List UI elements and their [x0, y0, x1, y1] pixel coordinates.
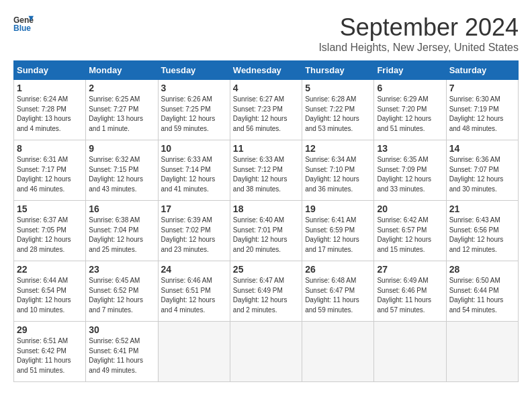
calendar-day-cell: [374, 322, 446, 382]
day-number: 8: [17, 143, 83, 154]
weekday-header: Saturday: [446, 61, 518, 80]
page-header: General Blue September 2024 Island Heigh…: [13, 13, 519, 54]
logo: General Blue: [13, 13, 34, 34]
logo-icon: General Blue: [13, 13, 34, 34]
calendar-day-cell: [158, 322, 230, 382]
calendar-day-cell: 26 Sunrise: 6:48 AMSunset: 6:47 PMDaylig…: [302, 261, 374, 322]
calendar-day-cell: 21 Sunrise: 6:43 AMSunset: 6:56 PMDaylig…: [446, 201, 518, 261]
day-info: Sunrise: 6:33 AMSunset: 7:14 PMDaylight:…: [161, 155, 227, 194]
day-number: 5: [305, 83, 371, 93]
calendar-day-cell: 7 Sunrise: 6:30 AMSunset: 7:19 PMDayligh…: [446, 80, 518, 140]
day-info: Sunrise: 6:27 AMSunset: 7:23 PMDaylight:…: [233, 95, 299, 134]
day-info: Sunrise: 6:48 AMSunset: 6:47 PMDaylight:…: [305, 276, 371, 315]
calendar-table: SundayMondayTuesdayWednesdayThursdayFrid…: [13, 60, 519, 382]
day-number: 13: [377, 143, 443, 154]
day-info: Sunrise: 6:26 AMSunset: 7:25 PMDaylight:…: [161, 95, 227, 134]
calendar-day-cell: 27 Sunrise: 6:49 AMSunset: 6:46 PMDaylig…: [374, 261, 446, 322]
day-number: 14: [449, 143, 515, 154]
calendar-day-cell: 25 Sunrise: 6:47 AMSunset: 6:49 PMDaylig…: [230, 261, 302, 322]
day-info: Sunrise: 6:34 AMSunset: 7:10 PMDaylight:…: [305, 155, 371, 194]
day-info: Sunrise: 6:49 AMSunset: 6:46 PMDaylight:…: [377, 276, 443, 315]
day-info: Sunrise: 6:50 AMSunset: 6:44 PMDaylight:…: [449, 276, 515, 315]
day-number: 12: [305, 143, 371, 154]
calendar-day-cell: 10 Sunrise: 6:33 AMSunset: 7:14 PMDaylig…: [158, 140, 230, 201]
day-number: 26: [305, 264, 371, 275]
weekday-header: Wednesday: [230, 61, 302, 80]
day-info: Sunrise: 6:52 AMSunset: 6:41 PMDaylight:…: [89, 336, 154, 375]
weekday-header: Thursday: [302, 61, 374, 80]
weekday-header: Tuesday: [158, 61, 230, 80]
calendar-day-cell: 22 Sunrise: 6:44 AMSunset: 6:54 PMDaylig…: [14, 261, 86, 322]
calendar-day-cell: 1 Sunrise: 6:24 AMSunset: 7:28 PMDayligh…: [14, 80, 86, 140]
calendar-day-cell: 9 Sunrise: 6:32 AMSunset: 7:15 PMDayligh…: [86, 140, 158, 201]
day-info: Sunrise: 6:51 AMSunset: 6:42 PMDaylight:…: [17, 336, 83, 375]
day-info: Sunrise: 6:33 AMSunset: 7:12 PMDaylight:…: [233, 155, 299, 194]
location-title: Island Heights, New Jersey, United State…: [318, 42, 519, 54]
day-info: Sunrise: 6:28 AMSunset: 7:22 PMDaylight:…: [305, 95, 371, 134]
day-number: 25: [233, 264, 299, 275]
day-number: 22: [17, 264, 83, 275]
calendar-day-cell: [446, 322, 518, 382]
day-info: Sunrise: 6:31 AMSunset: 7:17 PMDaylight:…: [17, 155, 83, 194]
day-info: Sunrise: 6:37 AMSunset: 7:05 PMDaylight:…: [17, 216, 83, 255]
calendar-day-cell: 30 Sunrise: 6:52 AMSunset: 6:41 PMDaylig…: [86, 322, 158, 382]
calendar-day-cell: 17 Sunrise: 6:39 AMSunset: 7:02 PMDaylig…: [158, 201, 230, 261]
day-number: 20: [377, 203, 443, 214]
calendar-week-row: 15 Sunrise: 6:37 AMSunset: 7:05 PMDaylig…: [14, 201, 519, 261]
calendar-day-cell: 13 Sunrise: 6:35 AMSunset: 7:09 PMDaylig…: [374, 140, 446, 201]
day-info: Sunrise: 6:47 AMSunset: 6:49 PMDaylight:…: [233, 276, 299, 315]
day-number: 1: [17, 83, 83, 93]
day-number: 10: [161, 143, 227, 154]
calendar-day-cell: [230, 322, 302, 382]
day-number: 15: [17, 203, 83, 214]
month-title: September 2024: [318, 13, 519, 42]
calendar-day-cell: 29 Sunrise: 6:51 AMSunset: 6:42 PMDaylig…: [14, 322, 86, 382]
day-number: 28: [449, 264, 515, 275]
day-number: 7: [449, 83, 515, 93]
day-info: Sunrise: 6:25 AMSunset: 7:27 PMDaylight:…: [89, 95, 154, 134]
day-info: Sunrise: 6:46 AMSunset: 6:51 PMDaylight:…: [161, 276, 227, 315]
calendar-day-cell: [302, 322, 374, 382]
day-number: 30: [89, 324, 154, 335]
calendar-day-cell: 11 Sunrise: 6:33 AMSunset: 7:12 PMDaylig…: [230, 140, 302, 201]
calendar-day-cell: 18 Sunrise: 6:40 AMSunset: 7:01 PMDaylig…: [230, 201, 302, 261]
day-info: Sunrise: 6:24 AMSunset: 7:28 PMDaylight:…: [17, 95, 83, 134]
day-info: Sunrise: 6:40 AMSunset: 7:01 PMDaylight:…: [233, 216, 299, 255]
day-info: Sunrise: 6:42 AMSunset: 6:57 PMDaylight:…: [377, 216, 443, 255]
day-number: 4: [233, 83, 299, 93]
day-info: Sunrise: 6:29 AMSunset: 7:20 PMDaylight:…: [377, 95, 443, 134]
calendar-day-cell: 5 Sunrise: 6:28 AMSunset: 7:22 PMDayligh…: [302, 80, 374, 140]
day-number: 3: [161, 83, 227, 93]
calendar-day-cell: 4 Sunrise: 6:27 AMSunset: 7:23 PMDayligh…: [230, 80, 302, 140]
calendar-week-row: 1 Sunrise: 6:24 AMSunset: 7:28 PMDayligh…: [14, 80, 519, 140]
day-info: Sunrise: 6:32 AMSunset: 7:15 PMDaylight:…: [89, 155, 154, 194]
calendar-day-cell: 28 Sunrise: 6:50 AMSunset: 6:44 PMDaylig…: [446, 261, 518, 322]
calendar-week-row: 22 Sunrise: 6:44 AMSunset: 6:54 PMDaylig…: [14, 261, 519, 322]
day-info: Sunrise: 6:30 AMSunset: 7:19 PMDaylight:…: [449, 95, 515, 134]
calendar-day-cell: 12 Sunrise: 6:34 AMSunset: 7:10 PMDaylig…: [302, 140, 374, 201]
day-number: 16: [89, 203, 154, 214]
weekday-header: Monday: [86, 61, 158, 80]
svg-text:Blue: Blue: [13, 24, 31, 33]
calendar-week-row: 29 Sunrise: 6:51 AMSunset: 6:42 PMDaylig…: [14, 322, 519, 382]
calendar-day-cell: 3 Sunrise: 6:26 AMSunset: 7:25 PMDayligh…: [158, 80, 230, 140]
calendar-day-cell: 23 Sunrise: 6:45 AMSunset: 6:52 PMDaylig…: [86, 261, 158, 322]
day-info: Sunrise: 6:39 AMSunset: 7:02 PMDaylight:…: [161, 216, 227, 255]
calendar-day-cell: 14 Sunrise: 6:36 AMSunset: 7:07 PMDaylig…: [446, 140, 518, 201]
day-info: Sunrise: 6:36 AMSunset: 7:07 PMDaylight:…: [449, 155, 515, 194]
calendar-day-cell: 24 Sunrise: 6:46 AMSunset: 6:51 PMDaylig…: [158, 261, 230, 322]
day-number: 23: [89, 264, 154, 275]
day-info: Sunrise: 6:43 AMSunset: 6:56 PMDaylight:…: [449, 216, 515, 255]
day-number: 27: [377, 264, 443, 275]
calendar-day-cell: 6 Sunrise: 6:29 AMSunset: 7:20 PMDayligh…: [374, 80, 446, 140]
day-info: Sunrise: 6:38 AMSunset: 7:04 PMDaylight:…: [89, 216, 154, 255]
day-number: 2: [89, 83, 154, 93]
day-info: Sunrise: 6:45 AMSunset: 6:52 PMDaylight:…: [89, 276, 154, 315]
calendar-day-cell: 20 Sunrise: 6:42 AMSunset: 6:57 PMDaylig…: [374, 201, 446, 261]
day-number: 19: [305, 203, 371, 214]
weekday-header: Sunday: [14, 61, 86, 80]
weekday-header: Friday: [374, 61, 446, 80]
day-number: 24: [161, 264, 227, 275]
day-number: 17: [161, 203, 227, 214]
day-number: 9: [89, 143, 154, 154]
